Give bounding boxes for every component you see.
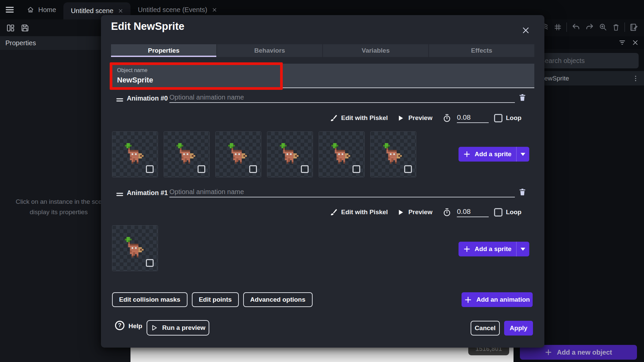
sprite-frame[interactable] (370, 131, 416, 177)
tab-behaviors[interactable]: Behaviors (216, 44, 322, 57)
grid-icon[interactable] (553, 23, 562, 32)
properties-empty-message: Click on an instance in the sce display … (3, 196, 114, 217)
add-animation-button[interactable]: Add an animation (462, 292, 533, 307)
scene-notes-icon[interactable] (629, 23, 638, 32)
object-name-field[interactable]: Object name NewSprite (111, 64, 534, 88)
loop-label: Loop (506, 208, 521, 216)
redo-icon[interactable] (585, 22, 594, 32)
selected-tab-underline (111, 56, 216, 57)
animation-frames (112, 225, 158, 271)
sprite-frame[interactable] (267, 131, 313, 177)
apply-button[interactable]: Apply (504, 321, 533, 336)
help-icon[interactable]: ? (115, 321, 124, 330)
tab-label: Untitled scene (71, 7, 113, 15)
edit-points-button[interactable]: Edit points (192, 292, 239, 307)
edit-sprite-dialog: Edit NewSprite Properties Behaviors Vari… (101, 15, 544, 348)
loop-label: Loop (506, 114, 521, 122)
sprite-frame[interactable] (164, 131, 210, 177)
tab-label: Home (38, 6, 56, 14)
caret-down-icon (521, 248, 525, 251)
toolbar-divider (625, 22, 625, 32)
toolbar-divider (567, 22, 567, 32)
undo-icon[interactable] (571, 22, 581, 32)
tab-properties[interactable]: Properties (111, 44, 216, 57)
save-icon[interactable] (20, 23, 30, 33)
stopwatch-icon (442, 208, 451, 217)
tab-label: Untitled scene (Events) (138, 6, 207, 14)
animation-title: Animation #0 (127, 95, 168, 102)
edit-with-piskel-button[interactable]: Edit with Piskel (341, 114, 388, 122)
play-icon (397, 209, 404, 216)
animation-name-input[interactable] (169, 92, 515, 103)
advanced-options-button[interactable]: Advanced options (243, 292, 313, 307)
preview-button[interactable]: Preview (408, 208, 432, 216)
caret-down-icon (521, 153, 525, 156)
kebab-menu-icon[interactable] (632, 75, 639, 82)
frame-checkbox[interactable] (146, 165, 154, 173)
cancel-button[interactable]: Cancel (471, 321, 500, 336)
home-icon (27, 6, 34, 13)
add-sprite-dropdown[interactable] (517, 248, 529, 251)
play-icon (397, 115, 404, 122)
sprite-frame[interactable] (112, 225, 158, 271)
gdevelop-app: Home Untitled scene Untitled scene (Even… (0, 0, 644, 362)
sprite-tools: Edit collision masks Edit points Advance… (112, 292, 313, 307)
loop-checkbox[interactable] (494, 114, 502, 122)
frame-checkbox[interactable] (353, 165, 360, 173)
drag-handle-icon[interactable] (115, 190, 124, 199)
frame-duration-input[interactable] (457, 113, 489, 123)
frame-checkbox[interactable] (198, 165, 205, 173)
delete-icon[interactable] (612, 23, 620, 32)
sprite-frame[interactable] (319, 131, 365, 177)
dialog-title: Edit NewSprite (111, 20, 184, 33)
hamburger-menu-icon[interactable] (5, 5, 14, 14)
frame-checkbox[interactable] (146, 259, 154, 267)
edit-with-piskel-button[interactable]: Edit with Piskel (341, 208, 388, 216)
search-objects-input[interactable] (540, 57, 631, 65)
preview-button[interactable]: Preview (408, 114, 432, 122)
close-dialog-icon[interactable] (522, 26, 530, 35)
play-outline-icon (151, 324, 158, 331)
brush-icon (329, 208, 338, 217)
drag-handle-icon[interactable] (115, 96, 124, 104)
tab-home[interactable]: Home (19, 0, 63, 19)
zoom-in-icon[interactable] (599, 23, 607, 32)
help-label[interactable]: Help (128, 322, 142, 330)
object-name-field-label: Object name (117, 67, 148, 73)
animation-title: Animation #1 (127, 189, 168, 197)
animation-frames (112, 131, 416, 177)
animation-controls: Edit with Piskel Preview Loop (329, 205, 522, 219)
sprite-frame[interactable] (112, 131, 158, 177)
run-preview-button[interactable]: Run a preview (147, 320, 209, 336)
close-tab-icon[interactable] (118, 8, 123, 13)
frame-checkbox[interactable] (249, 165, 257, 173)
frame-duration-input[interactable] (457, 207, 489, 217)
delete-animation-icon[interactable] (518, 187, 527, 196)
sprite-frame[interactable] (215, 131, 261, 177)
close-panel-icon[interactable] (632, 39, 639, 46)
loop-checkbox[interactable] (494, 208, 502, 217)
add-sprite-button[interactable]: Add a sprite (459, 147, 529, 162)
edit-collision-masks-button[interactable]: Edit collision masks (112, 292, 187, 307)
dialog-tabs: Properties Behaviors Variables Effects (111, 44, 534, 57)
close-tab-icon[interactable] (212, 7, 217, 12)
delete-animation-icon[interactable] (518, 93, 527, 102)
tab-variables[interactable]: Variables (322, 44, 428, 57)
filter-icon[interactable] (619, 39, 626, 46)
add-sprite-button[interactable]: Add a sprite (459, 242, 529, 256)
frame-checkbox[interactable] (301, 165, 309, 173)
layout-columns-icon[interactable] (6, 23, 15, 33)
stopwatch-icon (442, 114, 451, 123)
animation-controls: Edit with Piskel Preview Loop (329, 111, 522, 125)
animation-name-input[interactable] (169, 187, 515, 197)
frame-checkbox[interactable] (404, 165, 412, 173)
add-sprite-dropdown[interactable] (517, 153, 529, 156)
object-name-field-value: NewSprite (117, 76, 153, 84)
brush-icon (329, 114, 338, 122)
tab-effects[interactable]: Effects (428, 44, 534, 57)
